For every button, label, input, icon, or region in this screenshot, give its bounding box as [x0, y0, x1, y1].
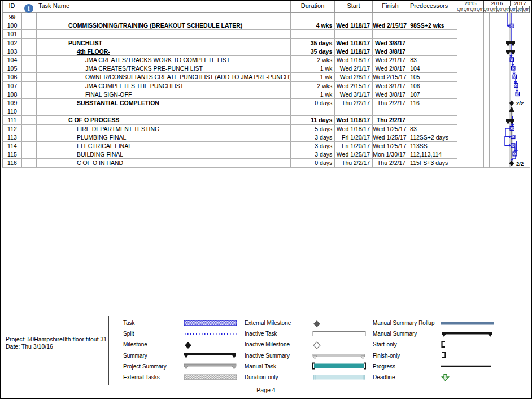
- cell-duration-103[interactable]: 35 days: [291, 47, 335, 55]
- cell-predecessors-99[interactable]: [408, 13, 457, 21]
- cell-indicator-105[interactable]: [22, 64, 37, 72]
- cell-finish-115[interactable]: Mon 1/30/17: [373, 150, 408, 158]
- cell-finish-113[interactable]: Wed 1/25/17: [373, 133, 408, 141]
- cell-task-name-112[interactable]: FIRE DEPARTMENT TESTING: [37, 125, 291, 133]
- cell-duration-100[interactable]: 4 wks: [291, 21, 335, 29]
- cell-predecessors-106[interactable]: 105: [408, 73, 457, 81]
- cell-task-name-113[interactable]: PLUMBING FINAL: [37, 133, 291, 141]
- cell-id-113[interactable]: 113: [3, 133, 22, 141]
- cell-finish-106[interactable]: Wed 2/15/17: [373, 73, 408, 81]
- cell-start-99[interactable]: [335, 13, 373, 21]
- cell-duration-105[interactable]: 1 wk: [291, 64, 335, 72]
- cell-indicator-108[interactable]: [22, 90, 37, 98]
- cell-task-name-110[interactable]: [37, 107, 291, 115]
- cell-duration-101[interactable]: [291, 30, 335, 38]
- cell-predecessors-107[interactable]: 106: [408, 82, 457, 90]
- cell-predecessors-112[interactable]: 83: [408, 125, 457, 133]
- cell-start-107[interactable]: Wed 2/15/17: [335, 82, 373, 90]
- cell-task-name-99[interactable]: [37, 13, 291, 21]
- cell-predecessors-111[interactable]: [408, 116, 457, 124]
- cell-id-108[interactable]: 108: [3, 90, 22, 98]
- cell-id-103[interactable]: 103: [3, 47, 22, 55]
- cell-indicator-116[interactable]: [22, 159, 37, 167]
- cell-indicator-111[interactable]: [22, 116, 37, 124]
- cell-id-116[interactable]: 116: [3, 159, 22, 167]
- cell-indicator-100[interactable]: [22, 21, 37, 29]
- cell-finish-116[interactable]: Thu 2/2/17: [373, 159, 408, 167]
- timescale-quarter-cell[interactable]: Qtr: [490, 6, 497, 13]
- cell-id-100[interactable]: 100: [3, 21, 22, 29]
- cell-finish-110[interactable]: [373, 107, 408, 115]
- cell-predecessors-110[interactable]: [408, 107, 457, 115]
- cell-predecessors-102[interactable]: [408, 39, 457, 47]
- cell-id-99[interactable]: 99: [3, 13, 22, 21]
- cell-finish-114[interactable]: Wed 1/25/17: [373, 142, 408, 150]
- cell-task-name-106[interactable]: OWNER/CONSULTANTS CREATE PUNCHLIST (ADD …: [37, 73, 291, 81]
- timescale-quarter-cell[interactable]: Qtr: [477, 6, 484, 13]
- cell-finish-108[interactable]: Wed 3/8/17: [373, 90, 408, 98]
- cell-predecessors-105[interactable]: 104: [408, 64, 457, 72]
- cell-start-114[interactable]: Fri 1/20/17: [335, 142, 373, 150]
- column-header-predecessors[interactable]: Predecessors: [408, 0, 457, 13]
- cell-start-102[interactable]: Wed 1/18/17: [335, 39, 373, 47]
- timescale-quarter-cell[interactable]: Qtr: [523, 6, 530, 13]
- column-header-duration[interactable]: Duration: [291, 0, 335, 13]
- cell-id-105[interactable]: 105: [3, 64, 22, 72]
- cell-duration-114[interactable]: 3 days: [291, 142, 335, 150]
- cell-start-108[interactable]: Wed 3/1/17: [335, 90, 373, 98]
- cell-predecessors-116[interactable]: 115FS+3 days: [408, 159, 457, 167]
- cell-task-name-101[interactable]: [37, 30, 291, 38]
- cell-start-109[interactable]: Thu 2/2/17: [335, 99, 373, 107]
- cell-task-name-104[interactable]: JMA CREATES/TRACKS WORK TO COMPLETE LIST: [37, 56, 291, 64]
- cell-finish-99[interactable]: [373, 13, 408, 21]
- cell-duration-115[interactable]: 3 days: [291, 150, 335, 158]
- cell-predecessors-114[interactable]: 113SS: [408, 142, 457, 150]
- cell-finish-109[interactable]: Thu 2/2/17: [373, 99, 408, 107]
- cell-indicator-99[interactable]: [22, 13, 37, 21]
- timescale-quarter-cell[interactable]: Qtr: [517, 6, 524, 13]
- timescale-quarter-cell[interactable]: Qtr: [497, 6, 504, 13]
- cell-id-102[interactable]: 102: [3, 39, 22, 47]
- cell-duration-106[interactable]: 1 wk: [291, 73, 335, 81]
- cell-id-101[interactable]: 101: [3, 30, 22, 38]
- cell-predecessors-109[interactable]: 116: [408, 99, 457, 107]
- cell-predecessors-104[interactable]: 83: [408, 56, 457, 64]
- cell-start-115[interactable]: Wed 1/25/17: [335, 150, 373, 158]
- cell-task-name-100[interactable]: COMMISSIONING/TRAINING (BREAKOUT SCHEDUL…: [37, 21, 291, 29]
- cell-start-100[interactable]: Wed 1/18/17: [335, 21, 373, 29]
- timescale-year-2016[interactable]: 2016: [484, 0, 511, 6]
- cell-start-112[interactable]: Wed 1/18/17: [335, 125, 373, 133]
- timescale-year-2015[interactable]: 2015: [457, 0, 484, 6]
- cell-task-name-107[interactable]: JMA COMPLETES THE PUNCHLIST: [37, 82, 291, 90]
- cell-task-name-105[interactable]: JMA CREATES/TRACKS PRE-PUNCH LIST: [37, 64, 291, 72]
- cell-predecessors-108[interactable]: 107: [408, 90, 457, 98]
- cell-indicator-104[interactable]: [22, 56, 37, 64]
- cell-indicator-112[interactable]: [22, 125, 37, 133]
- cell-indicator-101[interactable]: [22, 30, 37, 38]
- cell-duration-110[interactable]: [291, 107, 335, 115]
- column-header-finish[interactable]: Finish: [373, 0, 408, 13]
- timescale-year-2017[interactable]: 2017: [511, 0, 530, 6]
- cell-start-116[interactable]: Thu 2/2/17: [335, 159, 373, 167]
- cell-id-110[interactable]: 110: [3, 107, 22, 115]
- cell-indicator-109[interactable]: [22, 99, 37, 107]
- cell-finish-101[interactable]: [373, 30, 408, 38]
- cell-indicator-103[interactable]: [22, 47, 37, 55]
- cell-start-113[interactable]: Fri 1/20/17: [335, 133, 373, 141]
- cell-finish-103[interactable]: Wed 3/8/17: [373, 47, 408, 55]
- cell-indicator-113[interactable]: [22, 133, 37, 141]
- cell-duration-99[interactable]: [291, 13, 335, 21]
- cell-indicator-114[interactable]: [22, 142, 37, 150]
- cell-start-111[interactable]: Wed 1/18/17: [335, 116, 373, 124]
- cell-finish-107[interactable]: Wed 3/1/17: [373, 82, 408, 90]
- cell-duration-102[interactable]: 35 days: [291, 39, 335, 47]
- cell-task-name-111[interactable]: C OF O PROCESS: [37, 116, 291, 124]
- cell-id-109[interactable]: 109: [3, 99, 22, 107]
- cell-duration-109[interactable]: 0 days: [291, 99, 335, 107]
- timescale-quarter-cell[interactable]: Qtr: [457, 6, 464, 13]
- cell-id-115[interactable]: 115: [3, 150, 22, 158]
- column-header-start[interactable]: Start: [335, 0, 373, 13]
- cell-duration-107[interactable]: 2 wks: [291, 82, 335, 90]
- cell-finish-104[interactable]: Wed 2/1/17: [373, 56, 408, 64]
- cell-task-name-114[interactable]: ELECTRICAL FINAL: [37, 142, 291, 150]
